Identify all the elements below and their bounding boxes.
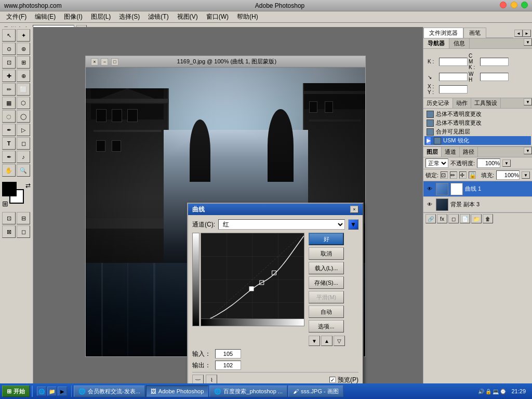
paths-tab[interactable]: 路径 — [460, 147, 478, 157]
taskbar-item-1[interactable]: 🖼 Adobe Photoshop — [146, 385, 208, 397]
heal-btn[interactable]: ✚ — [2, 70, 16, 82]
hand-btn[interactable]: ✋ — [2, 164, 16, 177]
highlight-eyedropper-btn[interactable]: ▽ — [334, 336, 345, 346]
paint-bucket-btn[interactable]: ⬡ — [17, 97, 30, 109]
layer-item-bg3[interactable]: 👁 背景 副本 3 — [423, 197, 532, 212]
quickmask-mode-btn[interactable]: ⊟ — [17, 212, 30, 224]
history-item-1[interactable]: 总体不透明度更改 — [424, 118, 531, 127]
menu-window[interactable]: 窗口(W) — [202, 11, 233, 22]
layer-delete-btn[interactable]: 🗑 — [483, 214, 493, 223]
tool-presets-tab[interactable]: 工具预设 — [471, 98, 501, 108]
midtone-eyedropper-btn[interactable]: ▲ — [321, 336, 332, 346]
lock-transparent-btn[interactable]: ⊡ — [441, 171, 448, 179]
curves-save-btn[interactable]: 存储(S)... — [309, 276, 344, 289]
layers-tab[interactable]: 图层 — [423, 147, 442, 157]
text-btn[interactable]: T — [2, 137, 16, 150]
opacity-input[interactable] — [477, 158, 500, 168]
curves-ok-btn[interactable]: 好 — [309, 233, 344, 245]
layer-mask-btn[interactable]: ◻ — [448, 214, 459, 223]
curves-cancel-btn[interactable]: 取消 — [309, 247, 344, 260]
image-window-max[interactable]: □ — [111, 58, 118, 65]
history-tab[interactable]: 历史记录 — [423, 98, 453, 108]
minimize-btn[interactable] — [511, 2, 517, 8]
image-window-close[interactable]: × — [91, 58, 98, 65]
screen-mode-btn[interactable]: ◻ — [17, 225, 30, 238]
brush-tab[interactable]: 画笔 — [463, 28, 486, 38]
history-item-3[interactable]: ▶ USM 锐化 — [424, 136, 531, 145]
magic-wand-btn[interactable]: ✦ — [17, 29, 30, 42]
actions-tab[interactable]: 动作 — [453, 98, 471, 108]
curves-graph[interactable] — [201, 233, 304, 326]
eraser-btn[interactable]: ⬜ — [17, 83, 30, 96]
menu-view[interactable]: 视图(V) — [173, 11, 202, 22]
curves-options-btn[interactable]: 选项... — [309, 320, 344, 332]
zoom-btn[interactable]: 🔍 — [17, 164, 30, 177]
taskbar-item-0[interactable]: 🌐 会员教程交流-发表... — [74, 385, 145, 397]
eyedropper-btn[interactable]: ✒ — [2, 151, 16, 163]
curves-smooth-btn[interactable]: 平滑(M) — [309, 291, 344, 303]
curves-auto-btn[interactable]: 自动 — [309, 305, 344, 318]
lasso-btn[interactable]: ⊙ — [2, 43, 16, 55]
menu-filter[interactable]: 滤镜(T) — [144, 11, 172, 22]
taskbar-item-3[interactable]: 🖌 sss.JPG - 画图 — [288, 385, 343, 397]
standard-mode-btn[interactable]: ⊡ — [2, 212, 16, 224]
menu-help[interactable]: 帮助(H) — [233, 11, 262, 22]
lock-position-btn[interactable]: ✛ — [459, 171, 467, 179]
channel-gradient-btn[interactable]: ▼ — [348, 219, 358, 230]
fullscreen-btn[interactable]: ⊠ — [2, 225, 16, 238]
curves-close-btn[interactable]: × — [350, 206, 358, 213]
layers-section-menu[interactable]: ▼ — [524, 147, 532, 154]
layer-curves1-visibility[interactable]: 👁 — [425, 185, 434, 193]
info-tab[interactable]: 信息 — [449, 38, 470, 48]
right-panel-scroll-right[interactable]: ► — [523, 30, 531, 37]
image-window-min[interactable]: − — [101, 58, 108, 65]
crop-btn[interactable]: ⊡ — [2, 56, 16, 69]
brush-btn[interactable]: ✏ — [2, 83, 16, 96]
gradient-btn[interactable]: ▦ — [2, 97, 16, 109]
layer-bg3-visibility[interactable]: 👁 — [425, 201, 434, 209]
menu-file[interactable]: 文件(F) — [2, 11, 31, 22]
blur-btn[interactable]: ◌ — [2, 110, 16, 123]
fill-input[interactable] — [496, 170, 520, 180]
history-section-menu[interactable]: ▼ — [524, 98, 532, 105]
foreground-color-swatch[interactable] — [2, 182, 17, 196]
nav-section-menu[interactable]: ▼ — [524, 38, 532, 46]
slice-btn[interactable]: ⊞ — [17, 56, 30, 69]
menu-layer[interactable]: 图层(L) — [87, 11, 115, 22]
channel-select[interactable]: 红 绿 蓝 RGB — [218, 219, 345, 230]
default-colors-icon[interactable]: ⊞ — [2, 200, 8, 208]
start-button[interactable]: ⊞ 开始 — [2, 385, 30, 397]
dodge-btn[interactable]: ◯ — [17, 110, 30, 123]
menu-edit[interactable]: 编辑(E) — [31, 11, 60, 22]
swap-colors-icon[interactable]: ⇄ — [25, 182, 31, 189]
layer-item-curves1[interactable]: 👁 曲线 1 — [423, 181, 532, 197]
opacity-dropdown[interactable]: ▼ — [502, 159, 511, 167]
explorer-icon[interactable]: 📁 — [47, 387, 57, 396]
blend-mode-select[interactable]: 正常 — [425, 158, 448, 168]
history-item-2[interactable]: 合并可见图层 — [424, 127, 531, 136]
channels-tab[interactable]: 通道 — [442, 147, 460, 157]
media-icon[interactable]: ▶ — [58, 387, 67, 396]
select-tool-btn[interactable]: ↖ — [2, 29, 16, 42]
lock-all-btn[interactable]: 🔒 — [469, 171, 476, 179]
shadow-eyedropper-btn[interactable]: ▼ — [309, 336, 320, 346]
curves-load-btn[interactable]: 载入(L)... — [309, 262, 344, 274]
stamp-btn[interactable]: ⊕ — [17, 70, 30, 82]
fill-dropdown[interactable]: ▼ — [522, 171, 530, 179]
pen-btn[interactable]: ✒ — [2, 124, 16, 136]
navigator-tab[interactable]: 导航器 — [423, 38, 449, 48]
close-btn[interactable] — [500, 2, 507, 8]
ie-icon[interactable]: 🌐 — [37, 387, 46, 396]
preview-checkbox[interactable]: ✓ — [329, 377, 336, 383]
right-panel-scroll-left[interactable]: ◄ — [514, 30, 523, 37]
taskbar-item-2[interactable]: 🌐 百度搜索_photoshop ... — [209, 385, 287, 397]
output-value[interactable] — [215, 361, 241, 370]
layer-link-btn[interactable]: 🔗 — [425, 214, 436, 223]
maximize-btn[interactable] — [521, 2, 528, 8]
menu-image[interactable]: 图像(I) — [60, 11, 86, 22]
polygon-lasso-btn[interactable]: ⊛ — [17, 43, 30, 55]
notes-btn[interactable]: ♪ — [17, 151, 30, 163]
layer-fx-btn[interactable]: fx — [437, 214, 447, 223]
shape-btn[interactable]: ◻ — [17, 137, 30, 150]
file-browser-tab[interactable]: 文件浏览器 — [423, 28, 463, 38]
